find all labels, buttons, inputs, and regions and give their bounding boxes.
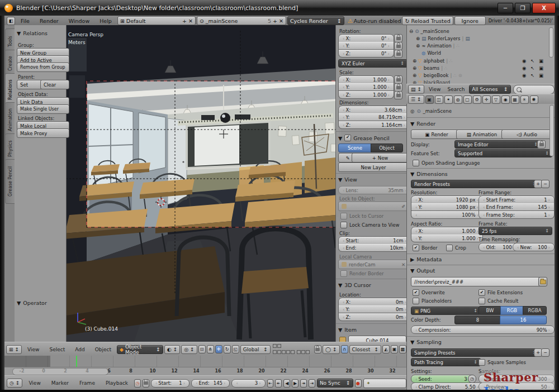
props-tab-modifiers-icon[interactable]: ✛ xyxy=(482,95,491,104)
play-reverse-icon[interactable]: ◀ xyxy=(283,379,290,388)
3d-cursor-panel-header[interactable]: ▼ 3D Cursor xyxy=(338,282,371,288)
folder-icon[interactable] xyxy=(538,277,547,286)
crop-row[interactable]: Crop xyxy=(446,245,466,251)
rotation-y-field[interactable]: Y:0° xyxy=(338,42,394,50)
render-animation-button[interactable]: ▤Animation xyxy=(456,130,508,139)
gp-new-button[interactable]: +New xyxy=(352,153,409,162)
current-frame-field[interactable]: 3 xyxy=(231,379,265,388)
outliner-menu-view[interactable]: View xyxy=(427,87,443,92)
osl-row[interactable]: Open Shading Language xyxy=(413,160,480,166)
renderability-icon[interactable]: ▣ xyxy=(539,58,543,64)
tree-expand-icon[interactable]: ⊕ xyxy=(416,36,420,41)
aspect-y-field[interactable]: Y:1.000 xyxy=(411,235,483,242)
title-bar[interactable]: Blender [C:\Users\Sharper Jacks\Desktop\… xyxy=(0,0,559,16)
placeholders-row[interactable]: Placeholders xyxy=(413,298,452,304)
viewport-shading-select[interactable]: ◐↕ xyxy=(164,345,180,354)
resolution-y-field[interactable]: Y:1080 px xyxy=(411,203,483,211)
properties-editor-type-button[interactable]: ☰↕ xyxy=(408,95,424,104)
menu-render[interactable]: Render xyxy=(35,18,63,24)
view3d-menu-add[interactable]: Add xyxy=(70,347,89,352)
scale-x-lock-icon[interactable] xyxy=(394,75,402,84)
scene-add-icon[interactable]: + xyxy=(273,18,277,24)
outliner-row-world[interactable]: ◍ World xyxy=(421,50,441,56)
manipulator-tripod-icon[interactable]: ⋔ xyxy=(207,345,214,353)
maximize-button[interactable]: ❐ xyxy=(515,3,530,13)
square-samples-row[interactable]: Square Samples xyxy=(479,359,526,366)
view-panel-header[interactable]: ▼ View xyxy=(338,176,357,183)
scene-close-icon[interactable]: ✕ xyxy=(279,18,283,24)
remap-new-field[interactable]: New:100 xyxy=(513,243,555,251)
tree-expand-icon[interactable]: ⊕ xyxy=(416,43,420,49)
manipulator-translate-icon[interactable]: ✛ xyxy=(215,345,222,353)
properties-scrollbar[interactable] xyxy=(549,105,554,156)
selectability-icon[interactable]: ↖ xyxy=(530,65,534,71)
relations-panel-header[interactable]: ▼ Relations xyxy=(17,30,48,36)
visibility-eye-icon[interactable]: ◉ xyxy=(522,73,526,78)
view3d-menu-object[interactable]: Object xyxy=(91,347,116,352)
scale-z-lock-icon[interactable] xyxy=(394,91,402,99)
lens-field[interactable]: Lens:35mm xyxy=(338,186,411,194)
lock-to-cursor-row[interactable]: Lock to Cursor xyxy=(340,213,383,219)
scene-name[interactable]: _mainScene xyxy=(206,18,238,24)
rotation-z-lock-icon[interactable] xyxy=(394,50,402,58)
keying-set-field[interactable]: ✦ xyxy=(363,379,406,388)
eyedropper-icon[interactable]: ✐ xyxy=(401,204,405,209)
selectability-icon[interactable]: ↖ xyxy=(530,73,534,78)
tree-expand-icon[interactable]: ⊕ xyxy=(413,80,416,84)
reload-trusted-button[interactable]: ↻ Reload Trusted xyxy=(402,16,453,25)
mode-select[interactable]: ◆ Object Mode ↕ xyxy=(117,345,163,354)
render-button[interactable]: ▣Render xyxy=(411,130,462,139)
clear-icon[interactable]: ✕ xyxy=(401,262,405,267)
selectability-icon[interactable]: ↖ xyxy=(530,58,534,64)
output-path-field[interactable]: //render\previz_### xyxy=(411,277,543,286)
layout-name[interactable]: Default xyxy=(126,18,146,24)
overwrite-row[interactable]: ✔Overwrite xyxy=(413,289,445,296)
timeline-menu-marker[interactable]: Marker xyxy=(47,380,73,386)
orientation-select[interactable]: Global↕ xyxy=(240,345,271,354)
item-panel-header[interactable]: ▼ Item xyxy=(338,327,357,333)
menu-help[interactable]: Help xyxy=(95,18,116,24)
frame-step-field[interactable]: Frame Step:1 xyxy=(479,211,555,219)
cursor-x-field[interactable]: X:0m xyxy=(338,298,411,306)
render-audio-button[interactable]: ◁)Audio xyxy=(501,130,552,139)
outliner-row-blackboard[interactable]: ⊕ ▽ blackBoard xyxy=(413,80,450,84)
visibility-eye-icon[interactable]: ◉ xyxy=(522,58,526,64)
prev-keyframe-icon[interactable]: ↞ xyxy=(275,379,282,388)
snap-magnet-icon[interactable]: ∩ xyxy=(341,345,348,353)
lock-to-object-field[interactable]: ✐ xyxy=(338,202,409,211)
local-camera-field[interactable]: renderCam ✕ xyxy=(338,260,409,269)
outliner-row-mainscene[interactable]: ⊖ ⊙ _mainScene xyxy=(409,28,449,34)
channels-rgb-button[interactable]: RGB xyxy=(500,306,524,315)
outliner-row-beams[interactable]: ⊕ ▽ beams | ∴ xyxy=(413,65,448,71)
lock-camera-row[interactable]: Lock Camera to View xyxy=(340,222,400,228)
props-tab-world-icon[interactable]: ◍ xyxy=(454,95,462,104)
props-tab-physics-icon[interactable]: ✺ xyxy=(530,95,538,104)
output-panel-header[interactable]: ▼Output xyxy=(410,267,435,274)
dim-z-field[interactable]: Z:1.164cm xyxy=(338,121,410,129)
timeline-editor-type-button[interactable]: ◷↕ xyxy=(7,379,22,388)
keyingset-lock-icon[interactable] xyxy=(143,379,149,388)
make-proxy-button[interactable]: Make Proxy xyxy=(17,128,69,138)
sampling-presets-select[interactable]: Sampling Presets↕ xyxy=(411,348,539,357)
screen-layout-selector[interactable]: ⊞ Default + ✕ xyxy=(117,16,196,25)
props-tab-particles-icon[interactable]: ✳ xyxy=(520,95,529,104)
preset-remove-icon[interactable]: − xyxy=(541,180,549,188)
scale-y-lock-icon[interactable] xyxy=(394,83,402,92)
seed-animate-clock-icon[interactable]: ◷ xyxy=(468,375,476,383)
toolshelf-tab-grease-pencil[interactable]: Grease Pencil xyxy=(5,159,15,204)
props-tab-object-icon[interactable]: ▢ xyxy=(463,95,472,104)
jump-start-icon[interactable]: ⇤ xyxy=(267,379,274,388)
menu-window[interactable]: Window xyxy=(64,18,94,24)
grease-pencil-checkbox[interactable]: ✔ xyxy=(344,135,351,141)
integrator-select[interactable]: Path Tracing↕ xyxy=(411,358,481,366)
clamp-direct-field[interactable]: Clamp Direct:5.50 xyxy=(411,383,483,390)
timeline-ruler[interactable]: -2 0 2 4 6 8 10 12 14 16 18 20 22 24 26 … xyxy=(4,367,406,375)
layers-widget[interactable] xyxy=(273,342,312,357)
props-tab-scene-icon[interactable]: ✶ xyxy=(444,95,453,104)
timeline-playhead[interactable] xyxy=(76,356,77,367)
manipulator-scale-icon[interactable]: ◱ xyxy=(232,345,239,353)
channels-rgba-button[interactable]: RGBA xyxy=(523,306,547,315)
depth-8-button[interactable]: 8 xyxy=(454,315,501,324)
scene-browse-icon[interactable]: ⊙ xyxy=(200,18,204,24)
props-tab-render-layers-icon[interactable]: ◫ xyxy=(435,95,443,104)
